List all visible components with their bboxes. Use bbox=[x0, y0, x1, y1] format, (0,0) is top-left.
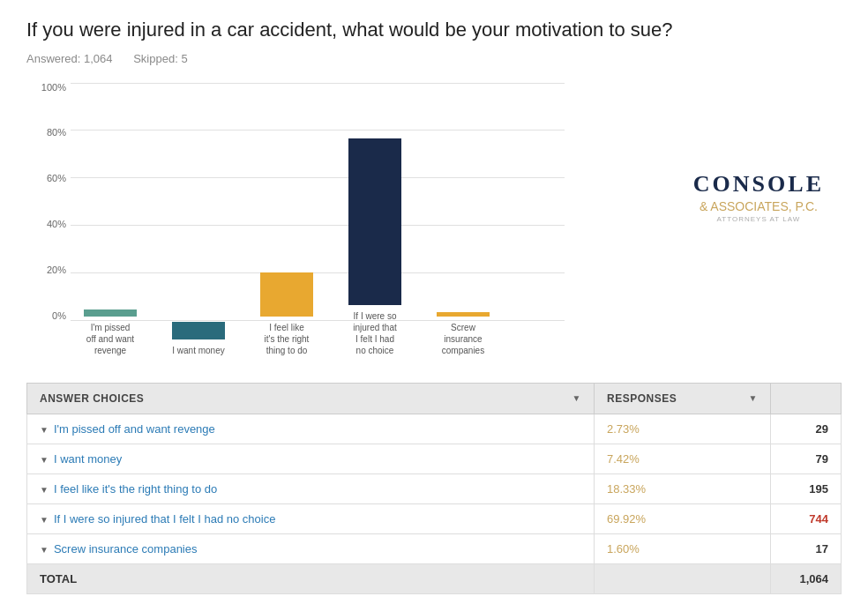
pct-cell: 2.73% bbox=[595, 414, 771, 444]
table-header-row: ANSWER CHOICES ▼ RESPONSES ▼ bbox=[27, 383, 842, 414]
bar-label-1: I want money bbox=[163, 345, 234, 356]
row-dropdown-icon[interactable]: ▼ bbox=[40, 485, 49, 495]
answer-cell: ▼I want money bbox=[27, 444, 595, 474]
y-axis-label: 40% bbox=[26, 220, 66, 229]
bar-group: Screw insurance companies bbox=[432, 312, 494, 355]
y-axis: 0%20%40%60%80%100% bbox=[26, 83, 66, 321]
logo: CONSOLE & ASSOCIATES, P.C. ATTORNEYS AT … bbox=[693, 171, 824, 223]
bar-2 bbox=[260, 272, 313, 316]
survey-meta: Answered: 1,064 Skipped: 5 bbox=[26, 52, 842, 65]
answer-cell: ▼If I were so injured that I felt I had … bbox=[27, 503, 595, 533]
table-row: ▼If I were so injured that I felt I had … bbox=[27, 503, 842, 533]
count-header bbox=[771, 383, 842, 414]
y-axis-label: 60% bbox=[26, 174, 66, 183]
bar-group: I feel like it's the right thing to do bbox=[256, 272, 318, 355]
table-row: ▼Screw insurance companies1.60%17 bbox=[27, 533, 842, 563]
logo-name: CONSOLE bbox=[693, 171, 824, 198]
bar-group: If I were so injured that I felt I had n… bbox=[344, 138, 406, 356]
question-title: If you were injured in a car accident, w… bbox=[26, 18, 842, 43]
count-cell: 79 bbox=[771, 444, 842, 474]
skipped-count: Skipped: 5 bbox=[133, 52, 187, 65]
bar-label-0: I'm pissed off and want revenge bbox=[75, 322, 146, 356]
col2-sort-icon[interactable]: ▼ bbox=[749, 393, 758, 403]
count-cell: 29 bbox=[771, 414, 842, 444]
total-label: TOTAL bbox=[27, 563, 595, 593]
pct-cell: 1.60% bbox=[595, 533, 771, 563]
bar-group: I want money bbox=[168, 322, 229, 356]
bar-label-3: If I were so injured that I felt I had n… bbox=[340, 310, 410, 356]
answer-cell: ▼I'm pissed off and want revenge bbox=[27, 414, 595, 444]
y-axis-label: 0% bbox=[26, 311, 66, 321]
total-row: TOTAL1,064 bbox=[27, 563, 842, 593]
chart-area: 0%20%40%60%80%100% I'm pissed off and wa… bbox=[26, 83, 573, 356]
results-table: ANSWER CHOICES ▼ RESPONSES ▼ ▼I'm pissed… bbox=[26, 383, 842, 594]
chart-wrapper: 0%20%40%60%80%100% I'm pissed off and wa… bbox=[26, 83, 842, 356]
responses-header: RESPONSES ▼ bbox=[595, 383, 771, 414]
row-dropdown-icon[interactable]: ▼ bbox=[40, 455, 49, 465]
table-row: ▼I want money7.42%79 bbox=[27, 444, 842, 474]
bar-4 bbox=[437, 312, 490, 316]
answered-count: Answered: 1,064 bbox=[26, 52, 113, 65]
bars-container: I'm pissed off and want revengeI want mo… bbox=[71, 118, 503, 356]
answer-cell: ▼Screw insurance companies bbox=[27, 533, 595, 563]
bar-group: I'm pissed off and want revenge bbox=[79, 309, 141, 355]
pct-cell: 7.42% bbox=[595, 444, 771, 474]
y-axis-label: 100% bbox=[26, 83, 66, 93]
count-cell: 744 bbox=[771, 503, 842, 533]
answer-choices-header: ANSWER CHOICES ▼ bbox=[27, 383, 595, 414]
count-cell: 17 bbox=[771, 533, 842, 563]
bar-3 bbox=[348, 138, 401, 305]
answer-cell: ▼I feel like it's the right thing to do bbox=[27, 474, 595, 503]
bar-label-2: I feel like it's the right thing to do bbox=[251, 322, 322, 356]
logo-area: CONSOLE & ASSOCIATES, P.C. ATTORNEYS AT … bbox=[573, 83, 842, 223]
bar-0 bbox=[84, 309, 137, 316]
grid-line bbox=[71, 83, 565, 84]
total-pct bbox=[595, 563, 771, 593]
bar-label-4: Screw insurance companies bbox=[428, 322, 498, 356]
col1-sort-icon[interactable]: ▼ bbox=[572, 393, 581, 403]
y-axis-label: 80% bbox=[26, 128, 66, 138]
logo-tagline: ATTORNEYS AT LAW bbox=[693, 215, 824, 223]
table-row: ▼I feel like it's the right thing to do1… bbox=[27, 474, 842, 503]
table-row: ▼I'm pissed off and want revenge2.73%29 bbox=[27, 414, 842, 444]
count-cell: 195 bbox=[771, 474, 842, 503]
row-dropdown-icon[interactable]: ▼ bbox=[40, 515, 49, 525]
row-dropdown-icon[interactable]: ▼ bbox=[40, 545, 49, 555]
logo-associates: & ASSOCIATES, P.C. bbox=[693, 199, 824, 213]
total-count: 1,064 bbox=[771, 563, 842, 593]
bar-1 bbox=[172, 322, 225, 339]
row-dropdown-icon[interactable]: ▼ bbox=[40, 425, 49, 435]
pct-cell: 18.33% bbox=[595, 474, 771, 503]
pct-cell: 69.92% bbox=[595, 503, 771, 533]
y-axis-label: 20% bbox=[26, 265, 66, 275]
